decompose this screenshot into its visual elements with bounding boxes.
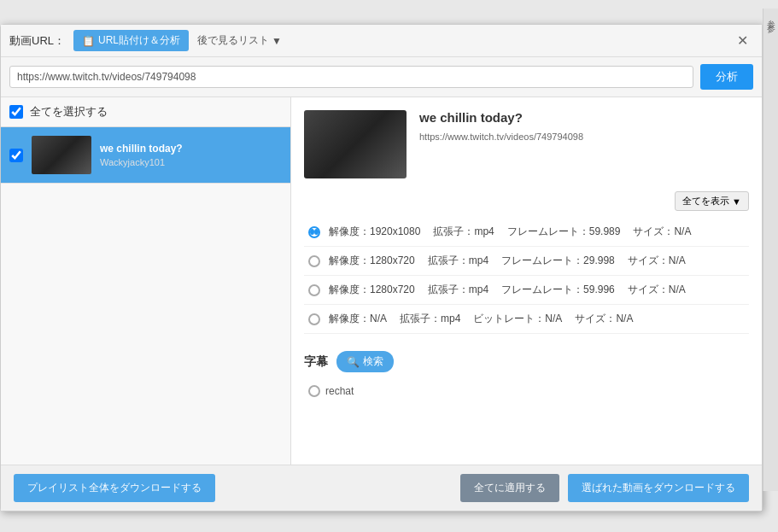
dropdown-icon: ▼ xyxy=(732,196,741,207)
quality-row[interactable]: 解像度：1920x1080 拡張子：mp4 フレームレート：59.989 サイズ… xyxy=(304,218,749,247)
preview-title: we chillin today? xyxy=(419,110,749,125)
video-checkbox[interactable] xyxy=(9,149,23,162)
subtitle-radio[interactable] xyxy=(308,385,320,397)
video-info: we chillin today? Wackyjacky101 xyxy=(100,143,282,168)
left-panel: 全てを選択する we chillin today? Wackyjacky101 xyxy=(1,97,291,465)
dropdown-icon: ▼ xyxy=(272,35,282,47)
preview-url: https://www.twitch.tv/videos/749794098 xyxy=(419,132,749,142)
quality-row[interactable]: 解像度：1280x720 拡張子：mp4 フレームレート：59.996 サイズ：… xyxy=(304,276,749,305)
subtitle-section: 字幕 🔍 検索 rechat xyxy=(304,351,749,401)
quality-radio-2[interactable] xyxy=(308,255,320,267)
extension-4: 拡張子：mp4 xyxy=(400,312,460,326)
show-all-button[interactable]: 全てを表示 ▼ xyxy=(675,191,749,211)
bitrate-4: ビットレート：N/A xyxy=(473,312,562,326)
download-selected-button[interactable]: 選ばれた動画をダウンロードする xyxy=(568,474,749,502)
video-list: we chillin today? Wackyjacky101 xyxy=(1,127,290,465)
subtitle-name: rechat xyxy=(325,385,354,397)
quality-radio-1[interactable] xyxy=(308,226,320,238)
subtitle-label: 字幕 xyxy=(304,354,328,370)
quality-radio-4[interactable] xyxy=(308,313,320,325)
framerate-3: フレームレート：59.996 xyxy=(501,283,615,297)
framerate-2: フレームレート：29.998 xyxy=(501,254,615,268)
content-area: 全てを選択する we chillin today? Wackyjacky101 xyxy=(1,97,762,465)
extension-3: 拡張子：mp4 xyxy=(428,283,488,297)
video-channel: Wackyjacky101 xyxy=(100,157,282,167)
extension-2: 拡張子：mp4 xyxy=(428,254,488,268)
select-all-row: 全てを選択する xyxy=(1,97,290,127)
subtitle-header: 字幕 🔍 検索 xyxy=(304,351,749,372)
resolution-2: 解像度：1280x720 xyxy=(329,254,415,268)
video-preview-section: we chillin today? https://www.twitch.tv/… xyxy=(304,110,749,178)
sidebar-right: 参 参 xyxy=(763,9,778,491)
playlist-download-button[interactable]: プレイリスト全体をダウンロードする xyxy=(14,474,215,502)
search-icon: 🔍 xyxy=(347,356,360,368)
quality-row[interactable]: 解像度：1280x720 拡張子：mp4 フレームレート：29.998 サイズ：… xyxy=(304,247,749,276)
url-input[interactable] xyxy=(9,66,693,88)
resolution-1: 解像度：1920x1080 xyxy=(329,225,420,239)
right-panel: we chillin today? https://www.twitch.tv/… xyxy=(291,97,762,465)
paste-analyze-button[interactable]: 📋 URL貼付け＆分析 xyxy=(73,30,189,51)
analyze-button[interactable]: 分析 xyxy=(700,64,753,90)
footer-left: プレイリスト全体をダウンロードする xyxy=(14,474,215,502)
video-title: we chillin today? xyxy=(100,143,282,156)
watch-later-button[interactable]: 後で見るリスト ▼ xyxy=(197,33,282,48)
close-button[interactable]: ✕ xyxy=(732,31,753,50)
title-bar: 動画URL： 📋 URL貼付け＆分析 後で見るリスト ▼ ✕ xyxy=(1,25,762,57)
apply-all-button[interactable]: 全てに適用する xyxy=(460,474,559,502)
video-thumbnail xyxy=(32,136,91,174)
subtitle-option[interactable]: rechat xyxy=(304,381,749,401)
quality-details-4: 解像度：N/A 拡張子：mp4 ビットレート：N/A サイズ：N/A xyxy=(329,312,745,326)
paste-icon: 📋 xyxy=(82,35,95,47)
quality-radio-3[interactable] xyxy=(308,284,320,296)
preview-info: we chillin today? https://www.twitch.tv/… xyxy=(419,110,749,178)
size-2: サイズ：N/A xyxy=(628,254,686,268)
resolution-4: 解像度：N/A xyxy=(329,312,387,326)
quality-details-2: 解像度：1280x720 拡張子：mp4 フレームレート：29.998 サイズ：… xyxy=(329,254,745,268)
quality-section: 全てを表示 ▼ 解像度：1920x1080 拡張子：mp4 フレームレート：59… xyxy=(304,191,749,334)
quality-row[interactable]: 解像度：N/A 拡張子：mp4 ビットレート：N/A サイズ：N/A xyxy=(304,305,749,334)
select-all-label: 全てを選択する xyxy=(30,104,108,120)
subtitle-search-button[interactable]: 🔍 検索 xyxy=(336,351,394,372)
size-3: サイズ：N/A xyxy=(628,283,686,297)
size-1: サイズ：N/A xyxy=(633,225,691,239)
footer-right: 全てに適用する 選ばれた動画をダウンロードする xyxy=(460,474,749,502)
footer: プレイリスト全体をダウンロードする 全てに適用する 選ばれた動画をダウンロードす… xyxy=(1,465,762,511)
extension-1: 拡張子：mp4 xyxy=(433,225,494,239)
quality-details-3: 解像度：1280x720 拡張子：mp4 フレームレート：59.996 サイズ：… xyxy=(329,283,745,297)
framerate-1: フレームレート：59.989 xyxy=(507,225,621,239)
list-item[interactable]: we chillin today? Wackyjacky101 xyxy=(1,127,290,184)
quality-details-1: 解像度：1920x1080 拡張子：mp4 フレームレート：59.989 サイズ… xyxy=(329,225,745,239)
url-label: 動画URL： xyxy=(9,33,65,49)
url-bar: 分析 xyxy=(1,57,762,97)
resolution-3: 解像度：1280x720 xyxy=(329,283,415,297)
select-all-checkbox[interactable] xyxy=(9,105,23,119)
size-4: サイズ：N/A xyxy=(575,312,633,326)
preview-thumbnail xyxy=(304,110,407,178)
